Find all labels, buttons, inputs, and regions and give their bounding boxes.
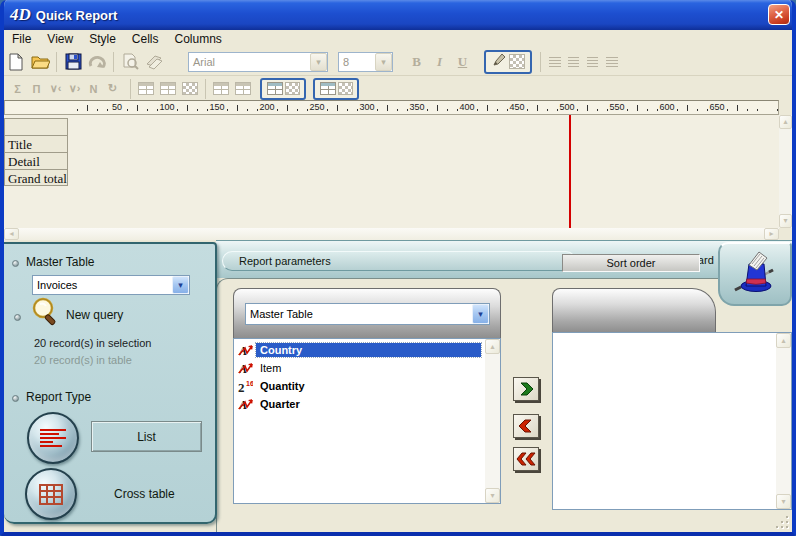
sort-order-list[interactable]: ▴ ▾	[552, 332, 792, 510]
average-operator-icon[interactable]: Π	[27, 80, 46, 97]
field-label: Country	[256, 343, 481, 357]
sum-operator-icon[interactable]: Σ	[8, 80, 27, 97]
new-query-icon[interactable]	[30, 297, 62, 335]
ruler-tick	[607, 109, 608, 111]
page-break-guide-line	[569, 115, 571, 228]
title-bar[interactable]: 4D Quick Report ✕	[0, 0, 796, 30]
align-left-icon	[549, 57, 561, 67]
ruler-tick	[187, 105, 188, 111]
open-wizard-button[interactable]	[718, 242, 792, 306]
scroll-right-icon[interactable]: ▸	[764, 228, 779, 240]
insert-column-left-button[interactable]	[210, 79, 232, 99]
available-fields-list[interactable]: ACountryAItem216QuantityAQuarter ▴ ▾	[233, 338, 501, 504]
print-preview-icon[interactable]	[118, 51, 142, 73]
master-table-value: Invoices	[33, 279, 172, 291]
font-size-select[interactable]: 8 ▾	[338, 52, 393, 72]
ruler-tick	[457, 109, 458, 111]
list-option-selected[interactable]: List	[91, 421, 202, 452]
scroll-left-icon[interactable]: ◂	[4, 228, 19, 240]
min-operator-icon[interactable]: ∨‹	[46, 80, 65, 97]
menu-item-cells[interactable]: Cells	[124, 31, 167, 47]
scroll-down-icon[interactable]: ▾	[779, 214, 792, 228]
underline-button[interactable]: U	[451, 51, 474, 72]
row-header-empty-cell[interactable]	[4, 118, 68, 135]
row-header-detail[interactable]: Detail	[4, 152, 68, 169]
report-design-area[interactable]: TitleDetailGrand total	[4, 115, 779, 228]
column-width-button[interactable]	[135, 79, 157, 99]
column-width-icon	[138, 82, 154, 95]
open-file-icon[interactable]	[28, 51, 52, 73]
std-deviation-operator-icon[interactable]: ↻	[103, 80, 122, 97]
new-document-icon[interactable]	[4, 51, 28, 73]
master-table-select[interactable]: Invoices ▾	[32, 275, 190, 295]
align-left-button[interactable]	[545, 53, 564, 71]
cell-pattern-button[interactable]	[179, 79, 201, 99]
row-header-title[interactable]: Title	[4, 135, 68, 152]
ruler-tick	[427, 109, 428, 111]
save-icon[interactable]	[61, 51, 85, 73]
field-row-quantity[interactable]: 216Quantity	[236, 377, 483, 395]
bold-button[interactable]: B	[405, 51, 428, 72]
scroll-up-icon[interactable]: ▴	[776, 333, 791, 348]
field-row-country[interactable]: ACountry	[236, 341, 483, 359]
cross-table-option-label[interactable]: Cross table	[114, 487, 175, 501]
menu-item-file[interactable]: File	[4, 31, 39, 47]
ruler-tick	[497, 109, 498, 111]
alternate-column-color-button[interactable]	[260, 78, 306, 100]
remove-all-from-sort-button[interactable]	[513, 447, 539, 471]
menu-item-columns[interactable]: Columns	[167, 31, 230, 47]
scroll-up-icon[interactable]: ▴	[485, 339, 500, 354]
count-operator-icon[interactable]: N	[84, 80, 103, 97]
align-right-button[interactable]	[583, 53, 602, 71]
ruler-tick	[337, 105, 338, 111]
design-horizontal-scrollbar[interactable]: ◂ ▸	[4, 228, 779, 240]
wizard-hat-icon	[729, 248, 781, 300]
menu-item-view[interactable]: View	[39, 31, 81, 47]
toolbar-main: Arial ▾ 8 ▾ B I U	[4, 48, 792, 76]
resize-grip[interactable]	[776, 516, 788, 528]
ruler-label: 500	[559, 102, 574, 112]
ruler-tick	[437, 105, 438, 111]
text-color-button[interactable]	[484, 50, 532, 74]
svg-text:16: 16	[246, 380, 253, 387]
scroll-up-icon[interactable]: ▴	[779, 115, 792, 129]
font-family-select[interactable]: Arial ▾	[188, 52, 328, 72]
records-in-selection: 20 record(s) in selection	[34, 337, 151, 349]
ruler-tick	[627, 109, 628, 111]
print-icon[interactable]	[142, 51, 166, 73]
color-swatch-icon	[338, 82, 353, 95]
insert-column-right-button[interactable]	[232, 79, 254, 99]
scroll-down-icon[interactable]: ▾	[485, 488, 500, 503]
toolbar-separator	[130, 79, 131, 99]
alternate-row-color-button[interactable]	[313, 78, 359, 100]
add-to-sort-button[interactable]	[513, 377, 539, 401]
ruler-tick	[707, 109, 708, 111]
align-justify-button[interactable]	[602, 53, 621, 71]
close-button[interactable]: ✕	[768, 4, 790, 25]
row-header-grand-total[interactable]: Grand total	[4, 169, 68, 186]
list-report-type-button[interactable]	[27, 412, 79, 464]
remove-from-sort-button[interactable]	[513, 414, 539, 438]
new-query-label[interactable]: New query	[66, 308, 123, 322]
align-center-button[interactable]	[564, 53, 583, 71]
field-label: Item	[256, 361, 285, 375]
scroll-down-icon[interactable]: ▾	[776, 494, 791, 509]
revert-icon[interactable]	[85, 51, 109, 73]
ruler-label: 250	[309, 102, 324, 112]
design-vertical-scrollbar[interactable]: ▴ ▾	[779, 115, 792, 228]
max-operator-icon[interactable]: ∨›	[65, 80, 84, 97]
list-report-icon	[40, 429, 66, 447]
field-row-item[interactable]: AItem	[236, 359, 483, 377]
ruler-tick	[177, 109, 178, 111]
horizontal-ruler[interactable]: 50100150200250300350400450500550600650	[4, 100, 779, 115]
field-row-quarter[interactable]: AQuarter	[236, 395, 483, 413]
menu-item-style[interactable]: Style	[81, 31, 124, 47]
italic-button[interactable]: I	[428, 51, 451, 72]
cross-table-report-type-button[interactable]	[25, 468, 77, 520]
row-properties-button[interactable]	[157, 79, 179, 99]
fields-list-scrollbar[interactable]: ▴ ▾	[485, 339, 500, 503]
insert-column-left-icon	[213, 82, 229, 95]
ruler-tick	[747, 109, 748, 111]
sort-list-scrollbar[interactable]: ▴ ▾	[776, 333, 791, 509]
fields-table-select[interactable]: Master Table ▾	[245, 303, 490, 325]
